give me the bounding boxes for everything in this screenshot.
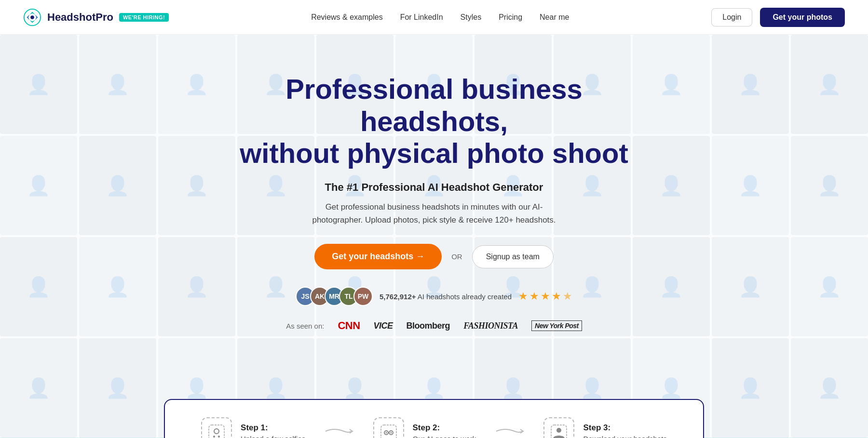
- hiring-badge: WE'RE HIRING!: [119, 13, 169, 22]
- cnn-logo: CNN: [338, 319, 360, 332]
- step-1-icon: [201, 417, 232, 438]
- svg-point-8: [385, 432, 387, 434]
- header: HeadshotPro WE'RE HIRING! Reviews & exam…: [0, 0, 868, 35]
- step-3-text: Step 3: Download your headshots: [583, 423, 666, 438]
- login-button[interactable]: Login: [711, 8, 752, 27]
- signup-team-button[interactable]: Signup as team: [472, 245, 554, 268]
- social-proof: JS AK MR TL PW 5,762,912+ AI headshots a…: [296, 287, 572, 306]
- star-3: ★: [541, 290, 550, 303]
- step-1-text: Step 1: Upload a few selfies: [241, 423, 305, 438]
- hero-subtitle: The #1 Professional AI Headshot Generato…: [325, 181, 543, 194]
- main-nav: Reviews & examples For LinkedIn Styles P…: [311, 13, 569, 22]
- hero-cta-row: Get your headshots → OR Signup as team: [314, 244, 554, 269]
- logo-text: HeadshotPro: [47, 11, 113, 24]
- svg-point-1: [30, 15, 34, 19]
- seen-on-label: As seen on:: [286, 322, 324, 330]
- svg-point-3: [214, 429, 219, 434]
- star-rating: ★ ★ ★ ★ ★: [518, 290, 572, 303]
- steps-section: Step 1: Upload a few selfies: [164, 399, 704, 438]
- seen-on: As seen on: CNN VICE Bloomberg FASHIONIS…: [286, 319, 582, 332]
- svg-point-12: [556, 428, 561, 433]
- step-2-icon: [373, 417, 404, 438]
- svg-point-5: [218, 436, 220, 438]
- header-actions: Login Get your photos: [711, 8, 845, 27]
- vice-logo: VICE: [374, 321, 393, 331]
- svg-rect-6: [381, 425, 396, 438]
- star-4: ★: [552, 290, 561, 303]
- hero-content: Professional business headshots, without…: [0, 35, 868, 438]
- get-headshots-button[interactable]: Get your headshots →: [314, 244, 442, 269]
- star-5: ★: [563, 290, 572, 303]
- step-1: Step 1: Upload a few selfies: [201, 417, 305, 438]
- or-label: OR: [451, 252, 462, 261]
- nav-linkedin[interactable]: For LinkedIn: [400, 13, 443, 22]
- arrow-1: [325, 425, 353, 438]
- svg-point-4: [213, 436, 215, 438]
- get-photos-button[interactable]: Get your photos: [760, 8, 845, 27]
- step-2: Step 2: Our AI goes to work: [373, 417, 476, 438]
- step-2-title: Step 2:: [413, 423, 476, 433]
- nypost-logo: New York Post: [531, 320, 582, 331]
- step-3-title: Step 3:: [583, 423, 666, 433]
- avatar-stack: JS AK MR TL PW: [296, 287, 373, 306]
- svg-rect-2: [209, 425, 224, 438]
- step-2-desc: Our AI goes to work: [413, 435, 476, 438]
- nav-near-me[interactable]: Near me: [540, 13, 569, 22]
- proof-count: 5,762,912+ AI headshots already created: [380, 292, 512, 301]
- step-3-desc: Download your headshots: [583, 435, 666, 438]
- step-3: Step 3: Download your headshots: [543, 417, 666, 438]
- step-2-text: Step 2: Our AI goes to work: [413, 423, 476, 438]
- star-2: ★: [529, 290, 539, 303]
- logo-area: HeadshotPro WE'RE HIRING!: [23, 8, 169, 27]
- step-1-desc: Upload a few selfies: [241, 435, 305, 438]
- avatar: PW: [353, 287, 373, 306]
- nav-styles[interactable]: Styles: [461, 13, 482, 22]
- fashionista-logo: FASHIONISTA: [463, 321, 518, 331]
- step-1-title: Step 1:: [241, 423, 305, 433]
- hero-title: Professional business headshots, without…: [236, 73, 632, 170]
- hero-description: Get professional business headshots in m…: [309, 200, 559, 226]
- hero-section: 👤 👤 👤 👤 👤 👤 👤 👤 👤 👤 👤 👤 👤 👤 👤 👤 👤 👤 👤 👤 …: [0, 35, 868, 438]
- bloomberg-logo: Bloomberg: [407, 321, 450, 331]
- nav-reviews[interactable]: Reviews & examples: [311, 13, 383, 22]
- svg-point-10: [390, 432, 392, 434]
- logo-icon: [23, 8, 41, 27]
- step-3-icon: [543, 417, 574, 438]
- star-1: ★: [518, 290, 528, 303]
- nav-pricing[interactable]: Pricing: [499, 13, 522, 22]
- arrow-2: [495, 425, 524, 438]
